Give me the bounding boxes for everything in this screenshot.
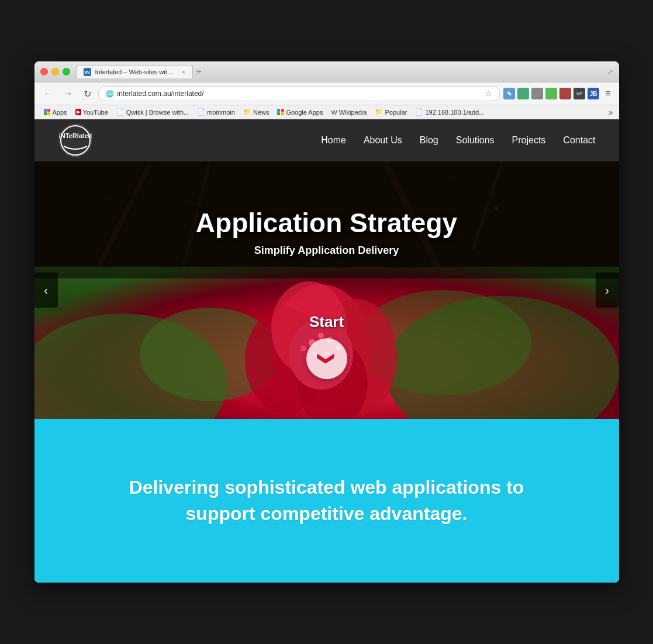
bookmark-qwisk-label: Qwisk | Browse with... xyxy=(126,109,189,116)
site-header: iNTeRlated Home About Us Blog Solutions … xyxy=(34,119,619,161)
hero-title: Application Strategy xyxy=(196,207,457,239)
forward-button[interactable]: → xyxy=(60,87,77,100)
back-button[interactable]: ← xyxy=(40,87,57,100)
theme-icon[interactable] xyxy=(559,88,571,99)
bookmark-icon[interactable] xyxy=(517,88,529,99)
title-bar: iN Interlated – Web-sites with... × + ⤢ xyxy=(34,61,619,82)
svg-point-24 xyxy=(300,346,306,352)
svg-point-0 xyxy=(59,124,92,157)
folder-icon-qwisk: 📄 xyxy=(116,108,125,116)
folder-icon-moin: 📄 xyxy=(197,108,205,116)
folder-icon-popular: 📁 xyxy=(375,108,383,116)
photos-icon[interactable] xyxy=(531,88,543,99)
google-apps-icon xyxy=(277,109,284,116)
close-button[interactable] xyxy=(40,68,48,75)
folder-icon-news: 📁 xyxy=(243,108,251,116)
bookmark-apps[interactable]: Apps xyxy=(40,108,71,117)
flower-center: Start ❯ xyxy=(306,313,347,379)
bookmark-wikipedia[interactable]: W Wikipedia xyxy=(327,108,370,117)
bookmark-google-apps-label: Google Apps xyxy=(286,109,323,116)
bookmarks-more-button[interactable]: » xyxy=(609,108,613,117)
start-label: Start xyxy=(309,313,344,331)
page-icon-local: 📄 xyxy=(415,108,423,116)
nav-blog[interactable]: Blog xyxy=(420,135,438,146)
minimize-button[interactable] xyxy=(51,68,59,75)
carousel-prev-button[interactable]: ‹ xyxy=(34,273,58,308)
bookmark-qwisk[interactable]: 📄 Qwisk | Browse with... xyxy=(113,107,192,117)
nav-bar: ← → ↻ 🌐 interlated.com.au/interlated/ ☆ … xyxy=(34,82,619,105)
youtube-icon: ▶ xyxy=(75,109,81,115)
site-logo[interactable]: iNTeRlated xyxy=(58,123,93,158)
browser-window: iN Interlated – Web-sites with... × + ⤢ … xyxy=(34,61,619,583)
bookmark-popular[interactable]: 📁 Popular xyxy=(371,107,410,117)
star-icon[interactable]: ☆ xyxy=(485,89,492,98)
hero-banner: Application Strategy Simplify Applicatio… xyxy=(34,161,619,419)
bookmark-news[interactable]: 📁 News xyxy=(240,107,273,117)
bookmark-moinmoin-label: moinmoin xyxy=(207,109,235,116)
jb-icon[interactable]: JB xyxy=(588,88,599,99)
hero-text-overlay: Application Strategy Simplify Applicatio… xyxy=(34,161,619,278)
tab-bar: iN Interlated – Web-sites with... × + xyxy=(76,65,613,78)
url-bar[interactable]: 🌐 interlated.com.au/interlated/ ☆ xyxy=(98,86,500,101)
bookmark-moinmoin[interactable]: 📄 moinmoin xyxy=(194,107,239,117)
refresh-button[interactable]: ↻ xyxy=(80,87,95,101)
logo-svg: iNTeRlated xyxy=(58,123,93,158)
apps-grid-icon xyxy=(44,109,51,116)
bookmarks-bar: Apps ▶ YouTube 📄 Qwisk | Browse with... … xyxy=(34,105,619,119)
bookmark-youtube[interactable]: ▶ YouTube xyxy=(72,108,112,117)
tab-close-icon[interactable]: × xyxy=(182,69,185,75)
bookmark-local-label: 192.168.100.1/add... xyxy=(425,109,484,116)
nav-home[interactable]: Home xyxy=(321,135,346,146)
browser-toolbar-icons: ✎ VP JB xyxy=(503,88,599,99)
start-button[interactable]: ❯ xyxy=(306,338,347,379)
lock-icon: 🌐 xyxy=(106,90,114,98)
maximize-button[interactable] xyxy=(63,68,70,75)
screen-icon[interactable] xyxy=(545,88,557,99)
new-tab-button[interactable]: + xyxy=(193,67,205,77)
nav-solutions[interactable]: Solutions xyxy=(456,135,495,146)
carousel-next-button[interactable]: › xyxy=(596,273,619,308)
bookmark-youtube-label: YouTube xyxy=(83,109,108,116)
bookmark-apps-label: Apps xyxy=(53,109,67,116)
nav-contact[interactable]: Contact xyxy=(563,135,595,146)
hero-subtitle: Simplify Application Delivery xyxy=(254,244,399,257)
active-tab[interactable]: iN Interlated – Web-sites with... × xyxy=(76,65,193,78)
bookmark-google-apps[interactable]: Google Apps xyxy=(274,108,326,117)
vpn-icon[interactable]: VP xyxy=(573,88,585,99)
wikipedia-icon: W xyxy=(331,109,337,116)
cta-section: Delivering sophisticated web application… xyxy=(34,419,619,583)
window-controls xyxy=(40,68,70,75)
tab-favicon: iN xyxy=(84,68,92,76)
bookmark-wikipedia-label: Wikipedia xyxy=(339,109,367,116)
menu-button[interactable]: ≡ xyxy=(603,87,613,100)
svg-text:iNTeRlated: iNTeRlated xyxy=(58,132,92,139)
bookmark-popular-label: Popular xyxy=(385,109,407,116)
hero-flower-area: Start ❯ xyxy=(34,267,619,419)
chevron-down-icon: ❯ xyxy=(317,352,336,366)
cta-text: Delivering sophisticated web application… xyxy=(93,474,561,527)
nav-projects[interactable]: Projects xyxy=(512,135,546,146)
rss-icon[interactable]: ✎ xyxy=(503,88,515,99)
nav-about[interactable]: About Us xyxy=(364,135,402,146)
url-text: interlated.com.au/interlated/ xyxy=(118,89,482,98)
bookmark-news-label: News xyxy=(253,109,270,116)
bookmark-local[interactable]: 📄 192.168.100.1/add... xyxy=(412,107,488,117)
tab-title: Interlated – Web-sites with... xyxy=(95,68,175,75)
website-content: iNTeRlated Home About Us Blog Solutions … xyxy=(34,119,619,583)
site-nav: Home About Us Blog Solutions Projects Co… xyxy=(321,135,595,146)
expand-icon: ⤢ xyxy=(607,68,613,76)
